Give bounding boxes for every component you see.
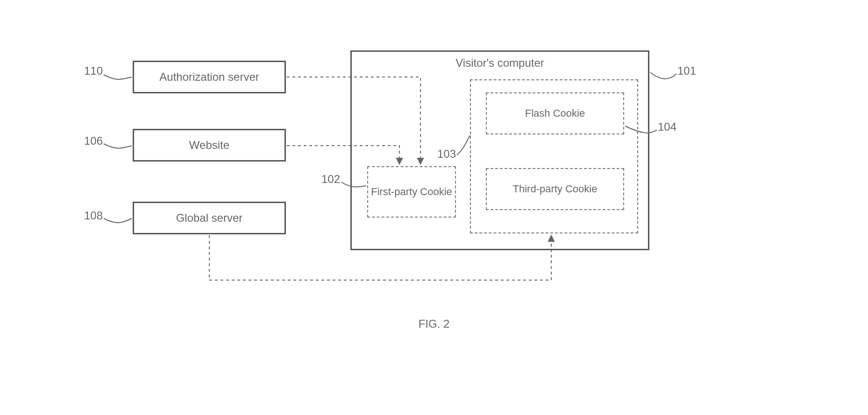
leader-101 (650, 72, 676, 79)
first-party-cookie-label: First-party Cookie (371, 186, 452, 198)
visitors-computer-title: Visitor's computer (352, 56, 648, 70)
ref-106: 106 (84, 134, 103, 148)
ref-110: 110 (84, 64, 103, 77)
figure-caption: FIG. 2 (0, 317, 868, 331)
authorization-server-label: Authorization server (159, 70, 259, 84)
ref-101: 101 (677, 64, 696, 77)
ref-102: 102 (321, 173, 340, 186)
website-label: Website (189, 139, 229, 152)
global-server-box: Global server (133, 202, 286, 234)
first-party-cookie-box: First-party Cookie (367, 166, 456, 218)
authorization-server-box: Authorization server (133, 61, 286, 93)
leader-110 (104, 75, 132, 79)
website-box: Website (133, 129, 286, 162)
leader-108 (104, 218, 132, 223)
leader-106 (104, 144, 132, 148)
ref-108: 108 (84, 209, 103, 222)
ref-104: 104 (658, 120, 676, 134)
ref-103: 103 (437, 148, 456, 161)
third-party-cookie-label: Third-party Cookie (513, 183, 598, 195)
flash-cookie-label: Flash Cookie (525, 107, 585, 120)
global-server-label: Global server (176, 211, 243, 225)
third-party-cookie-box: Third-party Cookie (486, 168, 624, 210)
flash-cookie-box: Flash Cookie (486, 92, 624, 134)
